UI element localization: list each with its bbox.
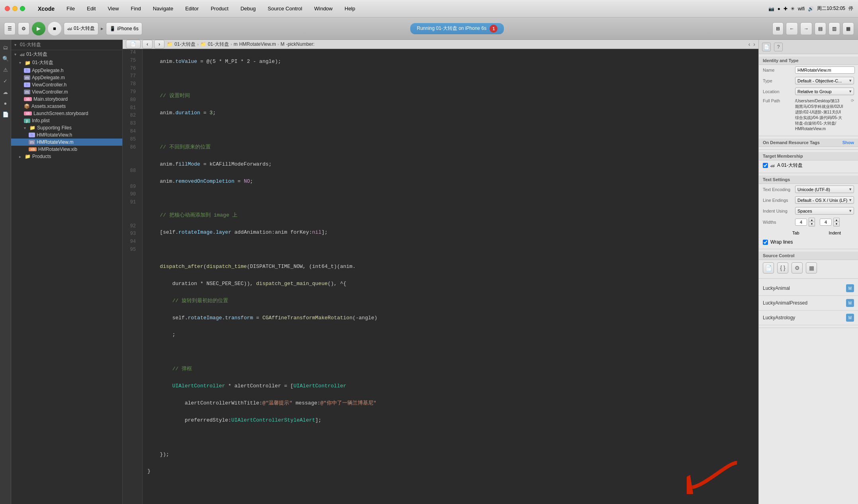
run-button[interactable]: ▶ <box>32 22 45 35</box>
type-dropdown[interactable]: Default - Objective-C... <box>795 77 854 84</box>
code-editor[interactable]: 74 75 76 77 78 79 80 81 82 83 84 85 86 <box>123 49 758 504</box>
grid-view-button[interactable]: ⊞ <box>772 22 784 35</box>
ondemand-title: On Demand Resource Tags Show <box>759 139 858 147</box>
forward-button[interactable]: → <box>800 22 812 35</box>
sidebar-item-target[interactable]: 📁 01-大转盘 <box>11 59 122 67</box>
view-menu[interactable]: View <box>105 5 121 12</box>
product-menu[interactable]: Product <box>208 5 231 12</box>
layout3-button[interactable]: ▦ <box>842 22 854 35</box>
sidebar-item-viewcontroller-h[interactable]: h ViewController.h <box>11 81 122 88</box>
file-menu[interactable]: File <box>64 5 77 12</box>
sidebar-item-project[interactable]: 🏎 01-大转盘 <box>11 50 122 59</box>
sidebar-root-triangle[interactable] <box>14 43 18 47</box>
warning-icon-btn[interactable]: ⚠ <box>1 65 10 74</box>
sidebar-item-products[interactable]: 📁 Products <box>11 153 122 160</box>
device-name: iPhone 6s <box>117 26 138 31</box>
target-checkbox[interactable] <box>763 163 768 168</box>
indent-decrement[interactable]: ▾ <box>833 222 840 227</box>
error-badge[interactable]: 1 <box>490 25 498 33</box>
nav-bar: 📄 ‹ › 📁 01-大转盘 › 📁 01-大转盘 › m HMRotateVi… <box>123 40 758 49</box>
lineendings-dropdown[interactable]: Default - OS X / Unix (LF) <box>795 196 854 204</box>
sidebar-item-launchscreen[interactable]: sb LaunchScreen.storyboard <box>11 110 122 117</box>
sidebar-item-infoplist[interactable]: p Info.plist <box>11 117 122 124</box>
device-selector[interactable]: 📱 iPhone 6s <box>106 22 142 35</box>
supporting-icon: 📁 <box>29 125 35 131</box>
app-menu[interactable]: Xcode <box>35 5 57 13</box>
lineendings-label: Line Endings <box>763 198 793 203</box>
find-menu[interactable]: Find <box>128 5 143 12</box>
sidebar-item-hmrotateview-h[interactable]: h HMRotateView.h <box>11 131 122 139</box>
fullpath-label: Full Path <box>763 98 793 103</box>
lucky-item-animal[interactable]: LuckyAnimal M <box>759 281 858 296</box>
sidebar-item-supporting[interactable]: 📁 Supporting Files <box>11 124 122 131</box>
lucky-item-astrology[interactable]: LuckyAstrology M <box>759 311 858 325</box>
sidebar-item-hmrotateview-m[interactable]: m HMRotateView.m <box>11 139 122 146</box>
sc-gear-btn[interactable]: ⚙ <box>791 262 803 273</box>
tab-stepper-btns: ▴ ▾ <box>809 218 815 227</box>
nav-next-icon[interactable]: › <box>753 41 755 47</box>
navigate-menu[interactable]: Navigate <box>151 5 176 12</box>
rp-btn1[interactable]: 📄 <box>762 43 771 51</box>
breadcrumb-p2[interactable]: HMRotateView.m <box>239 41 276 47</box>
right-panel: 📄 ? Identity and Type Name Type Default … <box>758 40 858 504</box>
show-link[interactable]: Show <box>842 140 854 145</box>
stop-button[interactable]: ■ <box>48 22 61 35</box>
indent-text: Indent <box>829 231 854 235</box>
close-button[interactable] <box>5 6 10 11</box>
sc-grid-btn[interactable]: ▦ <box>806 262 817 273</box>
scheme-button[interactable]: ⚙ <box>18 22 29 35</box>
indent-dropdown[interactable]: Spaces <box>795 207 854 215</box>
rp-btn2[interactable]: ? <box>774 43 783 51</box>
breadcrumb-p1[interactable]: 01-大转盘 <box>208 41 229 48</box>
minimize-button[interactable] <box>12 6 18 11</box>
source-control-title: Source Control <box>759 252 858 260</box>
nav-back-btn[interactable]: ‹ <box>142 40 153 49</box>
sidebar-item-appdelegate-m[interactable]: m AppDelegate.m <box>11 74 122 81</box>
products-icon: 📁 <box>25 154 31 159</box>
sc-file-btn[interactable]: 📄 <box>763 262 774 273</box>
breadcrumb-icon: 📁 <box>167 41 173 47</box>
scheme-selector[interactable]: 🏎 01-大转盘 <box>64 22 98 35</box>
indent-input[interactable] <box>820 219 832 226</box>
indent-increment[interactable]: ▴ <box>833 218 840 222</box>
lucky-item-animalpressed[interactable]: LuckyAnimalPressed M <box>759 296 858 311</box>
search-icon-btn[interactable]: 🔍 <box>1 54 10 63</box>
nav-forward-btn[interactable]: › <box>154 40 165 49</box>
nav-file-btn[interactable]: 📄 <box>126 40 141 49</box>
sc-code-btn[interactable]: { } <box>777 262 788 273</box>
test-icon-btn[interactable]: ✓ <box>1 76 10 85</box>
breakpoint-icon-btn[interactable]: ● <box>1 99 10 107</box>
wraplines-checkbox[interactable] <box>763 240 768 245</box>
tab-input[interactable] <box>795 219 807 226</box>
viewcontroller-h-label: ViewController.h <box>32 82 67 88</box>
name-input[interactable] <box>795 66 855 74</box>
folder-icon-btn[interactable]: 🗂 <box>1 43 10 52</box>
location-dropdown[interactable]: Relative to Group <box>795 88 854 95</box>
file-icon-h3: h <box>29 133 35 137</box>
editor-menu[interactable]: Editor <box>183 5 201 12</box>
sidebar-item-main-storyboard[interactable]: sb Main.storyboard <box>11 96 122 103</box>
breadcrumb-p0[interactable]: 01-大转盘 <box>174 41 196 48</box>
window-menu[interactable]: Window <box>312 5 335 12</box>
back-button[interactable]: ← <box>786 22 798 35</box>
edit-menu[interactable]: Edit <box>84 5 98 12</box>
sidebar-item-assets[interactable]: 📦 Assets.xcassets <box>11 103 122 110</box>
layout2-button[interactable]: ▥ <box>829 22 840 35</box>
layout1-button[interactable]: ▤ <box>815 22 826 35</box>
debug-menu[interactable]: Debug <box>238 5 258 12</box>
breadcrumb-p3[interactable]: -pickNumber: <box>286 41 314 47</box>
sidebar-item-viewcontroller-m[interactable]: m ViewController.m <box>11 88 122 96</box>
tab-increment[interactable]: ▴ <box>809 218 815 222</box>
sidebar-item-hmrotateview-xib[interactable]: xib HMRotateView.xib <box>11 146 122 153</box>
source-control-menu[interactable]: Source Control <box>265 5 305 12</box>
nav-prev-icon[interactable]: ‹ <box>748 41 750 47</box>
status-bar: Running 01-大转盘 on iPhone 6s 1 <box>145 23 770 34</box>
sidebar-item-appdelegate-h[interactable]: h AppDelegate.h <box>11 67 122 74</box>
fullscreen-button[interactable] <box>20 6 25 11</box>
tab-decrement[interactable]: ▾ <box>809 222 815 227</box>
report-icon-btn[interactable]: 📄 <box>1 110 10 119</box>
sidebar-toggle-button[interactable]: ☰ <box>4 22 16 35</box>
help-menu[interactable]: Help <box>342 5 358 12</box>
encoding-dropdown[interactable]: Unicode (UTF-8) <box>795 186 854 193</box>
debug-icon-btn[interactable]: ☁ <box>1 88 10 96</box>
